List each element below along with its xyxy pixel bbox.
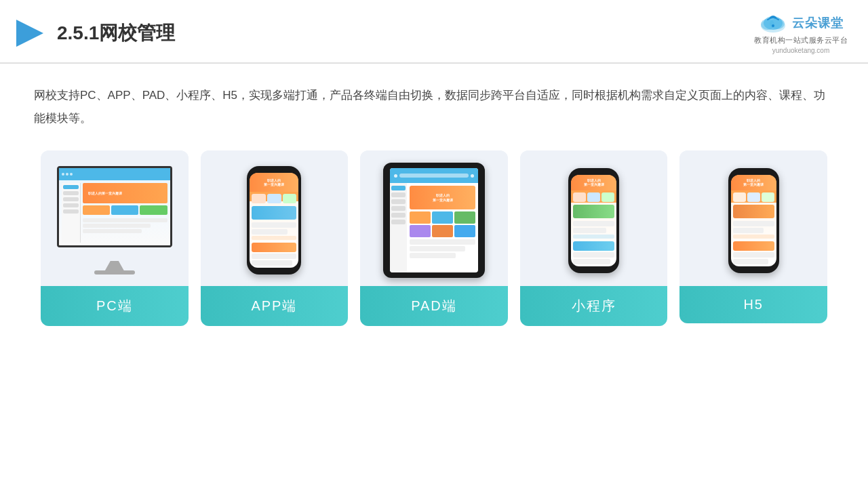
card-pc-label: PC端	[41, 286, 189, 326]
card-h5-image: 职进人的第一堂兴趣课	[679, 150, 827, 286]
card-miniprogram: 职进人的第一堂兴趣课	[520, 150, 668, 326]
cloud-icon	[758, 12, 788, 34]
logo-area: 云朵课堂 教育机构一站式服务云平台 yunduoketang.com	[754, 12, 848, 54]
card-app: 职进人的第一堂兴趣课	[201, 150, 349, 326]
card-pad-image: 职进人的第一堂兴趣课	[360, 150, 508, 286]
svg-point-5	[772, 24, 774, 27]
logo-cloud: 云朵课堂	[758, 12, 844, 34]
desktop-mockup: 职进人的第一堂兴趣课	[50, 166, 179, 274]
header: 2.5.1网校管理 云朵课堂 教育机构一站式服务云平台 yunduoketang…	[0, 0, 868, 64]
card-h5: 职进人的第一堂兴趣课	[679, 150, 827, 323]
card-app-image: 职进人的第一堂兴趣课	[201, 150, 349, 286]
main-content: 网校支持PC、APP、PAD、小程序、H5，实现多端打通，产品各终端自由切换，数…	[0, 64, 868, 340]
phone-mockup-app: 职进人的第一堂兴趣课	[247, 166, 301, 274]
svg-marker-0	[16, 20, 43, 47]
tablet-mockup: 职进人的第一堂兴趣课	[383, 163, 485, 278]
logo-url: yunduoketang.com	[772, 47, 830, 54]
phone-mockup-h5: 职进人的第一堂兴趣课	[728, 168, 779, 273]
card-h5-label: H5	[679, 286, 827, 323]
card-pc: 职进人的第一堂兴趣课	[41, 150, 189, 326]
phone-mockup-miniprogram: 职进人的第一堂兴趣课	[568, 168, 619, 273]
card-pad: 职进人的第一堂兴趣课	[360, 150, 508, 326]
description-text: 网校支持PC、APP、PAD、小程序、H5，实现多端打通，产品各终端自由切换，数…	[34, 84, 834, 130]
logo-subtitle: 教育机构一站式服务云平台	[754, 35, 848, 45]
cards-container: 职进人的第一堂兴趣课	[34, 150, 834, 326]
card-miniprogram-image: 职进人的第一堂兴趣课	[520, 150, 668, 286]
card-pc-image: 职进人的第一堂兴趣课	[41, 150, 189, 286]
card-miniprogram-label: 小程序	[520, 286, 668, 326]
card-app-label: APP端	[201, 286, 349, 326]
page-title: 2.5.1网校管理	[57, 20, 175, 46]
play-icon	[14, 17, 46, 49]
card-pad-label: PAD端	[360, 286, 508, 326]
header-left: 2.5.1网校管理	[14, 17, 175, 49]
logo-brand-text: 云朵课堂	[792, 15, 844, 31]
